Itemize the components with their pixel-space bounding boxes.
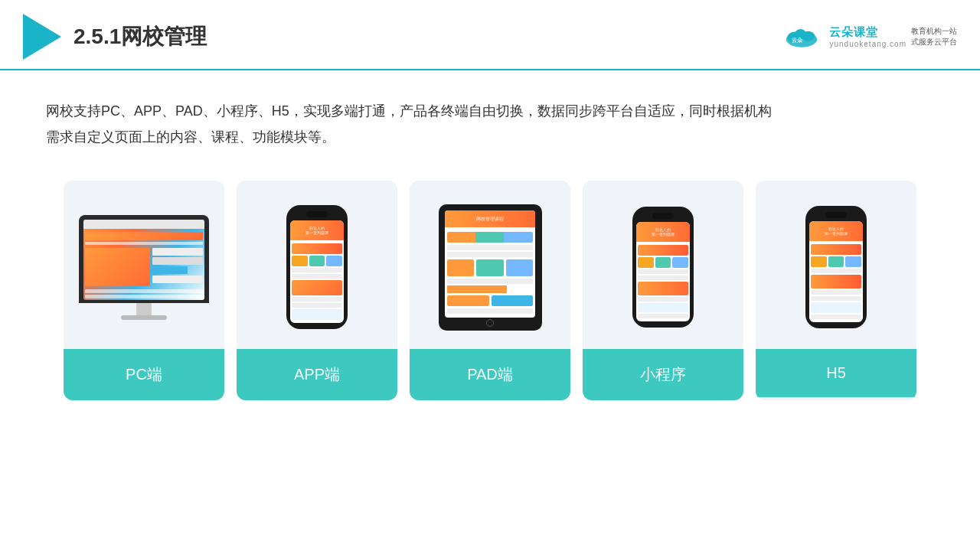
- phone-row: [292, 243, 342, 254]
- header: 2.5.1网校管理 云朵 云朵课堂 yunduoketang.com 教育机构一…: [0, 0, 980, 70]
- grid-item: [309, 256, 325, 266]
- tablet-screen: 网校管理课程: [445, 210, 535, 318]
- monitor-row: [85, 295, 203, 298]
- phone-screen-top: 职达人的第一堂判题课: [290, 220, 344, 240]
- monitor-row: [85, 232, 203, 240]
- svg-text:云朵: 云朵: [792, 37, 804, 44]
- phone-body-content-mini: [636, 242, 690, 321]
- tablet-screen-top: 网校管理课程: [445, 210, 535, 227]
- phone-screen-top-h5: 职达人的第一堂判题课: [809, 221, 863, 241]
- phone-body-h5: 职达人的第一堂判题课: [805, 206, 867, 328]
- card-h5-image: 职达人的第一堂判题课: [756, 181, 916, 349]
- card-app-label: APP端: [237, 349, 397, 400]
- grid-item: [326, 256, 342, 266]
- card-pc-label: PC端: [64, 349, 224, 400]
- description-text: 网校支持PC、APP、PAD、小程序、H5，实现多端打通，产品各终端自由切换，数…: [0, 70, 980, 165]
- phone-row: [638, 314, 688, 318]
- phone-row: [292, 268, 342, 272]
- brand-logo: 云朵 云朵课堂 yunduoketang.com 教育机构一站式服务云平台: [779, 23, 957, 51]
- monitor-mockup: [79, 215, 209, 320]
- brand-triangle-icon: [23, 14, 61, 60]
- phone-body-mini: 职达人的第一堂判题课: [632, 207, 694, 328]
- card-pc-image: [64, 181, 224, 349]
- description-paragraph: 网校支持PC、APP、PAD、小程序、H5，实现多端打通，产品各终端自由切换，数…: [46, 98, 934, 124]
- card-pad-label: PAD端: [410, 349, 570, 400]
- phone-row: [811, 296, 861, 301]
- grid-item: [655, 257, 671, 268]
- monitor-row: [85, 289, 203, 293]
- phone-notch-h5: [825, 212, 847, 218]
- monitor-screen-outer: [79, 215, 209, 303]
- tablet-home-button: [486, 319, 494, 327]
- tablet-body: 网校管理课程: [439, 204, 542, 331]
- page-title: 2.5.1网校管理: [74, 22, 207, 51]
- phone-row: [292, 274, 342, 279]
- phone-row: [292, 297, 342, 302]
- tablet-row: [447, 252, 533, 257]
- card-mini-image: 职达人的第一堂判题课: [583, 181, 743, 349]
- grid-item: [828, 256, 844, 267]
- description-paragraph-2: 需求自定义页面上的内容、课程、功能模块等。: [46, 124, 934, 150]
- phone-row: [638, 269, 688, 274]
- phone-row: [292, 303, 342, 308]
- logo-tagline-text: 教育机构一站式服务云平台: [911, 26, 957, 47]
- grid-item: [638, 257, 654, 268]
- card-mini-label: 小程序: [583, 349, 743, 400]
- phone-grid-mini: [638, 257, 688, 268]
- monitor-row: [85, 242, 203, 246]
- phone-row: [811, 290, 861, 295]
- cards-container: PC端 职达人的第一堂判题课: [0, 165, 980, 423]
- header-left: 2.5.1网校管理: [23, 14, 207, 60]
- phone-notch-mini: [652, 213, 674, 219]
- cloud-icon: 云朵: [779, 23, 825, 51]
- tablet-row: [447, 285, 507, 293]
- tablet-content: [445, 227, 535, 318]
- phone-mockup-mini: 职达人的第一堂判题课: [632, 207, 694, 328]
- monitor-stand: [136, 303, 152, 315]
- grid-item: [811, 256, 827, 267]
- phone-row: [811, 269, 861, 273]
- monitor-content: [83, 230, 204, 300]
- phone-body-content: [290, 240, 344, 323]
- phone-row: [638, 297, 688, 302]
- logo-text-area: 云朵课堂 yunduoketang.com: [829, 25, 906, 48]
- phone-grid-h5: [811, 256, 861, 267]
- tablet-row: [447, 245, 533, 250]
- card-h5: 职达人的第一堂判题课: [756, 181, 916, 400]
- phone-mockup-h5: 职达人的第一堂判题课: [805, 206, 867, 328]
- phone-notch: [306, 211, 328, 217]
- tablet-row: [447, 279, 533, 284]
- monitor-base: [121, 315, 167, 320]
- phone-screen-h5: 职达人的第一堂判题课: [809, 221, 863, 322]
- phone-row: [638, 276, 688, 280]
- grid-item: [292, 256, 308, 266]
- card-mini: 职达人的第一堂判题课: [583, 181, 743, 400]
- phone-screen: 职达人的第一堂判题课: [290, 220, 344, 323]
- card-app: 职达人的第一堂判题课: [237, 181, 397, 400]
- tablet-mockup: 网校管理课程: [439, 204, 542, 331]
- phone-screen-top-mini: 职达人的第一堂判题课: [636, 222, 690, 242]
- phone-screen-mini: 职达人的第一堂判题课: [636, 222, 690, 321]
- card-pad: 网校管理课程: [410, 181, 570, 400]
- monitor-screen: [83, 220, 204, 300]
- card-pc: PC端: [64, 181, 224, 400]
- phone-body: 职达人的第一堂判题课: [286, 205, 348, 329]
- phone-body-content-h5: [809, 241, 863, 322]
- phone-row: [811, 244, 861, 255]
- card-h5-label: H5: [756, 349, 916, 397]
- cloud-logo-container: 云朵 云朵课堂 yunduoketang.com 教育机构一站式服务云平台: [779, 23, 957, 51]
- logo-url-text: yunduoketang.com: [829, 40, 906, 48]
- grid-item: [672, 257, 688, 268]
- phone-row: [811, 315, 861, 319]
- tablet-row: [447, 232, 533, 243]
- logo-main-text: 云朵课堂: [829, 25, 906, 40]
- phone-mockup-app: 职达人的第一堂判题课: [286, 205, 348, 329]
- card-pad-image: 网校管理课程: [410, 181, 570, 349]
- phone-grid: [292, 256, 342, 266]
- tablet-row: [447, 308, 533, 314]
- card-app-image: 职达人的第一堂判题课: [237, 181, 397, 349]
- grid-item: [845, 256, 861, 267]
- phone-row: [638, 245, 688, 256]
